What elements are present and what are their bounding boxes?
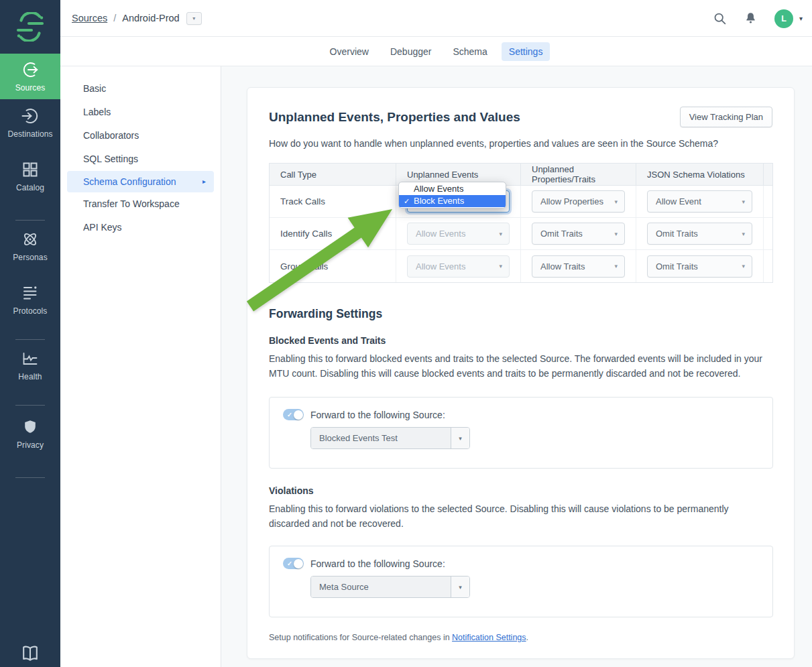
sidebar-item-catalog[interactable]: Catalog <box>0 161 60 192</box>
breadcrumb: Sources / Android-Prod ▾ <box>72 12 202 25</box>
note-suffix: . <box>526 633 528 642</box>
submenu-item-labels[interactable]: Labels <box>60 101 221 124</box>
caret-down-icon: ▾ <box>451 428 469 448</box>
call-type-cell: Group Calls <box>270 250 396 282</box>
rail-divider <box>15 220 45 221</box>
dropdown-option-block-events[interactable]: ✓ Block Events <box>399 195 506 207</box>
topbar: Sources / Android-Prod ▾ L ▾ <box>60 0 812 37</box>
notifications-button[interactable] <box>744 11 758 25</box>
forward-label: Forward to the following Source: <box>310 410 445 420</box>
unplanned-properties-select[interactable]: Allow Properties ▾ <box>532 190 625 213</box>
select-value: Allow Events <box>416 261 465 271</box>
blocked-events-heading: Blocked Events and Traits <box>269 335 772 346</box>
json-violations-select[interactable]: Omit Traits ▾ <box>647 255 752 278</box>
sources-icon <box>21 61 39 78</box>
unplanned-properties-select[interactable]: Allow Traits ▾ <box>532 255 625 278</box>
rail-divider <box>15 405 45 406</box>
forward-toggle[interactable]: ✓ <box>283 409 304 420</box>
select-value: Omit Traits <box>656 229 698 239</box>
column-header-unplanned-properties: Unplanned Properties/Traits <box>520 164 636 185</box>
caret-down-icon: ▾ <box>799 15 803 22</box>
dropdown-option-allow-events[interactable]: Allow Events <box>399 183 506 195</box>
submenu-item-schema-configuration[interactable]: Schema Configuration ▸ <box>67 171 214 192</box>
protocols-icon <box>21 284 39 302</box>
breadcrumb-current: Android-Prod <box>122 13 179 23</box>
sidebar-item-sources[interactable]: Sources <box>0 54 60 99</box>
bell-icon <box>744 11 758 25</box>
docs-book-icon[interactable] <box>0 644 60 664</box>
blocked-events-description: Enabling this to forward blocked events … <box>269 352 768 381</box>
tab-settings[interactable]: Settings <box>502 42 550 61</box>
caret-down-icon: ▾ <box>742 263 745 269</box>
tab-schema[interactable]: Schema <box>445 42 494 61</box>
view-tracking-plan-button[interactable]: View Tracking Plan <box>680 107 772 127</box>
forward-label: Forward to the following Source: <box>310 558 445 569</box>
sidebar-item-protocols[interactable]: Protocols <box>0 284 60 316</box>
table-header-row: Call Type Unplanned Events Unplanned Pro… <box>270 164 772 186</box>
rail-divider <box>15 339 45 340</box>
search-icon <box>713 11 727 25</box>
segment-logo-icon <box>15 12 45 42</box>
page-title: Unplanned Events, Properties and Values <box>269 110 520 125</box>
column-header-spacer <box>763 164 785 185</box>
settings-submenu: Basic Labels Collaborators SQL Settings … <box>60 66 221 667</box>
sidebar-item-privacy[interactable]: Privacy <box>0 418 60 450</box>
rail-divider <box>15 477 45 478</box>
sidebar-item-destinations[interactable]: Destinations <box>0 107 60 139</box>
unplanned-events-dropdown-menu: Allow Events ✓ Block Events <box>398 182 506 208</box>
column-header-call-type: Call Type <box>270 164 396 185</box>
forward-toggle[interactable]: ✓ <box>283 558 304 569</box>
submenu-item-basic[interactable]: Basic <box>60 77 221 101</box>
sidebar-item-label: Destinations <box>7 129 52 139</box>
sidebar-item-label: Health <box>18 372 42 381</box>
tab-debugger[interactable]: Debugger <box>383 42 439 61</box>
select-value: Allow Properties <box>540 196 603 206</box>
select-value: Omit Traits <box>540 229 583 239</box>
sidebar-item-label: Sources <box>15 83 46 93</box>
source-tabbar: Overview Debugger Schema Settings <box>60 37 812 66</box>
caret-right-icon: ▸ <box>202 171 206 192</box>
unplanned-properties-select[interactable]: Omit Traits ▾ <box>532 223 625 245</box>
violations-source-select[interactable]: Meta Source ▾ <box>310 576 470 598</box>
schema-configuration-card: Unplanned Events, Properties and Values … <box>247 87 795 659</box>
account-menu[interactable]: L ▾ <box>774 9 803 28</box>
schema-table: Call Type Unplanned Events Unplanned Pro… <box>269 163 773 283</box>
search-button[interactable] <box>713 11 727 25</box>
blocked-source-select[interactable]: Blocked Events Test ▾ <box>310 427 470 449</box>
submenu-item-collaborators[interactable]: Collaborators <box>60 124 221 147</box>
submenu-item-api-keys[interactable]: API Keys <box>60 216 221 239</box>
submenu-item-sql-settings[interactable]: SQL Settings <box>60 147 221 171</box>
submenu-item-label: Schema Configuration <box>83 171 176 192</box>
column-header-json-violations: JSON Schema Violations <box>636 164 763 185</box>
sidebar-item-label: Catalog <box>16 183 44 192</box>
notification-settings-link[interactable]: Notification Settings <box>452 633 526 642</box>
json-violations-select[interactable]: Omit Traits ▾ <box>647 223 752 245</box>
tab-overview[interactable]: Overview <box>323 42 376 61</box>
sidebar-item-health[interactable]: Health <box>0 350 60 381</box>
sidebar-item-label: Personas <box>13 253 48 262</box>
icon-rail: Sources Destinations Catalog Personas <box>0 0 60 667</box>
select-value: Blocked Events Test <box>311 428 451 448</box>
caret-down-icon: ▾ <box>499 231 502 237</box>
segment-logo[interactable] <box>0 0 60 54</box>
avatar: L <box>774 9 793 28</box>
caret-down-icon: ▾ <box>614 263 618 269</box>
submenu-item-transfer-to-workspace[interactable]: Transfer To Workspace <box>60 192 221 216</box>
check-icon: ✓ <box>287 411 292 418</box>
sidebar-item-label: Privacy <box>17 440 44 450</box>
note-text: Setup notifications for Source-related c… <box>269 633 452 642</box>
check-icon: ✓ <box>287 560 292 567</box>
json-violations-select[interactable]: Allow Event ▾ <box>647 190 752 213</box>
table-row: Identify Calls Allow Events ▾ Omit Trait… <box>270 218 772 250</box>
unplanned-events-select[interactable]: Allow Events ▾ <box>407 255 510 278</box>
sidebar-item-personas[interactable]: Personas <box>0 231 60 262</box>
dropdown-option-label: Block Events <box>414 196 464 206</box>
health-icon <box>21 350 39 367</box>
breadcrumb-sources-link[interactable]: Sources <box>72 13 107 23</box>
source-switcher-button[interactable]: ▾ <box>186 12 202 25</box>
sidebar-item-label: Protocols <box>13 306 48 316</box>
breadcrumb-separator: / <box>113 13 116 23</box>
personas-icon <box>21 231 39 248</box>
unplanned-events-select[interactable]: Allow Events ▾ <box>407 223 510 245</box>
destinations-icon <box>21 107 39 125</box>
